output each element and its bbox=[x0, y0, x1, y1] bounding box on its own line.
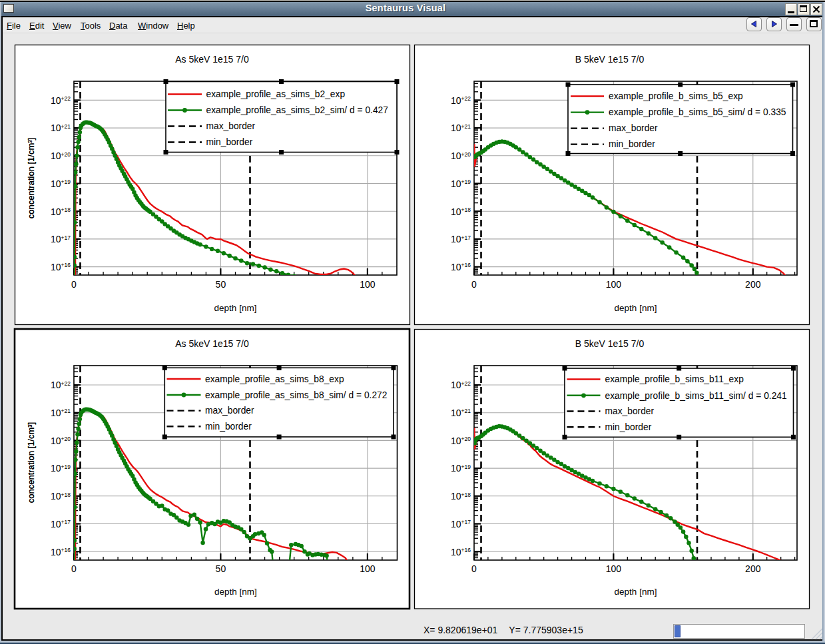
svg-text:min_border: min_border bbox=[206, 137, 253, 147]
svg-text:0: 0 bbox=[71, 563, 77, 574]
svg-text:B 5keV 1e15 7/0: B 5keV 1e15 7/0 bbox=[575, 338, 645, 349]
svg-text:max_border: max_border bbox=[205, 406, 254, 416]
svg-text:max_border: max_border bbox=[609, 123, 658, 133]
svg-text:200: 200 bbox=[745, 563, 761, 574]
svg-text:100: 100 bbox=[360, 279, 376, 290]
svg-text:concentration [1/cm³]: concentration [1/cm³] bbox=[26, 138, 36, 218]
svg-text:depth [nm]: depth [nm] bbox=[615, 587, 657, 597]
svg-text:200: 200 bbox=[745, 279, 761, 290]
svg-text:example_profile_b_sims_b5_exp: example_profile_b_sims_b5_exp bbox=[609, 91, 743, 101]
svg-text:100: 100 bbox=[360, 563, 376, 574]
svg-text:100: 100 bbox=[606, 279, 622, 290]
svg-text:min_border: min_border bbox=[205, 422, 252, 432]
svg-text:0: 0 bbox=[471, 279, 477, 290]
svg-text:50: 50 bbox=[216, 563, 226, 574]
svg-text:0: 0 bbox=[471, 563, 477, 574]
svg-text:example_profile_as_sims_b2_sim: example_profile_as_sims_b2_sim/ d = 0.42… bbox=[206, 105, 388, 115]
svg-text:depth [nm]: depth [nm] bbox=[615, 303, 657, 313]
svg-text:example_profile_as_sims_b8_exp: example_profile_as_sims_b8_exp bbox=[205, 374, 344, 384]
svg-text:example_profile_as_sims_b8_sim: example_profile_as_sims_b8_sim/ d = 0.27… bbox=[205, 390, 387, 400]
svg-text:As 5keV 1e15 7/0: As 5keV 1e15 7/0 bbox=[175, 54, 249, 65]
svg-text:example_profile_b_sims_b5_sim/: example_profile_b_sims_b5_sim/ d = 0.335 bbox=[609, 107, 786, 117]
svg-text:B 5keV 1e15 7/0: B 5keV 1e15 7/0 bbox=[575, 54, 645, 65]
svg-text:max_border: max_border bbox=[605, 406, 655, 416]
svg-text:example_profile_b_sims_b11_exp: example_profile_b_sims_b11_exp bbox=[605, 374, 744, 384]
svg-text:As 5keV 1e15 7/0: As 5keV 1e15 7/0 bbox=[175, 338, 249, 349]
svg-text:0: 0 bbox=[71, 279, 77, 290]
svg-text:max_border: max_border bbox=[206, 121, 256, 131]
svg-text:min_border: min_border bbox=[605, 422, 652, 432]
svg-text:50: 50 bbox=[216, 279, 226, 290]
svg-text:depth [nm]: depth [nm] bbox=[214, 587, 257, 597]
svg-text:depth [nm]: depth [nm] bbox=[214, 303, 257, 313]
svg-text:example_profile_b_sims_b11_sim: example_profile_b_sims_b11_sim/ d = 0.24… bbox=[605, 391, 787, 401]
svg-text:example_profile_as_sims_b2_exp: example_profile_as_sims_b2_exp bbox=[206, 89, 346, 99]
svg-text:concentration [1/cm³]: concentration [1/cm³] bbox=[26, 422, 36, 503]
svg-text:100: 100 bbox=[606, 563, 622, 574]
svg-text:min_border: min_border bbox=[609, 139, 655, 149]
